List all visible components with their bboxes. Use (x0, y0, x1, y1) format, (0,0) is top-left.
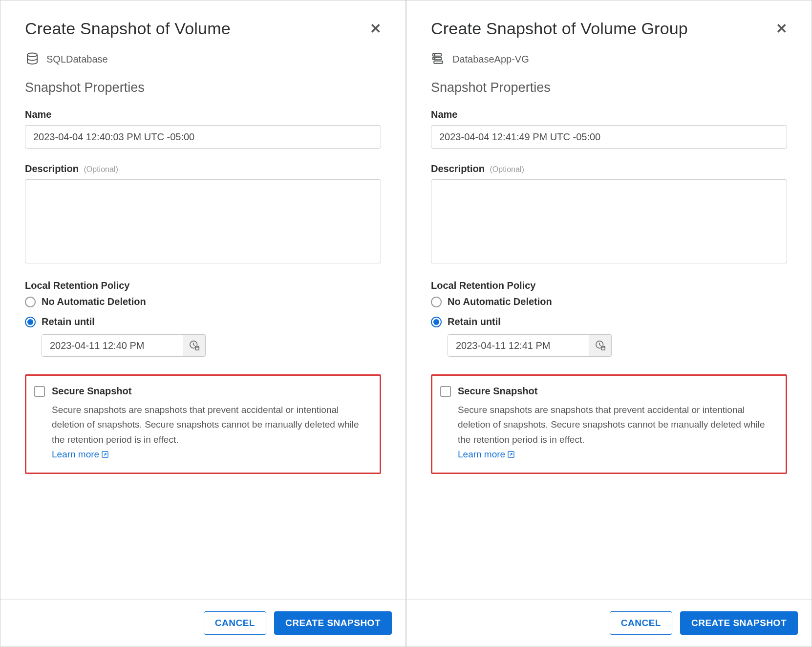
retention-heading: Local Retention Policy (431, 280, 787, 291)
svg-point-8 (434, 58, 435, 59)
retention-heading: Local Retention Policy (25, 280, 381, 291)
radio-no-deletion[interactable]: No Automatic Deletion (25, 296, 381, 307)
name-input[interactable] (25, 125, 381, 149)
secure-snapshot-label: Secure Snapshot (458, 386, 537, 397)
radio-icon (25, 317, 36, 327)
name-label: Name (431, 109, 787, 120)
close-icon[interactable]: ✕ (776, 21, 787, 37)
retain-date-input[interactable] (42, 334, 183, 357)
radio-label: Retain until (448, 316, 501, 327)
description-input[interactable] (431, 179, 787, 263)
description-input[interactable] (25, 179, 381, 263)
close-icon[interactable]: ✕ (370, 21, 381, 37)
secure-snapshot-help: Secure snapshots are snapshots that prev… (52, 403, 372, 447)
svg-rect-6 (434, 61, 443, 64)
learn-more-link[interactable]: Learn more (52, 449, 109, 460)
secure-snapshot-highlight: Secure Snapshot Secure snapshots are sna… (431, 374, 787, 474)
create-snapshot-button[interactable]: CREATE SNAPSHOT (274, 611, 392, 635)
svg-point-7 (434, 54, 435, 55)
radio-label: No Automatic Deletion (42, 296, 146, 307)
dialog-title: Create Snapshot of Volume Group (431, 19, 688, 38)
dialog-volume-snapshot: Create Snapshot of Volume ✕ SQLDatabase … (0, 0, 406, 647)
optional-tag: (Optional) (84, 165, 118, 173)
learn-more-link[interactable]: Learn more (458, 449, 515, 460)
secure-snapshot-checkbox[interactable] (440, 386, 451, 397)
cancel-button[interactable]: CANCEL (204, 611, 266, 635)
cancel-button[interactable]: CANCEL (610, 611, 672, 635)
radio-label: No Automatic Deletion (448, 296, 552, 307)
secure-snapshot-help: Secure snapshots are snapshots that prev… (458, 403, 778, 447)
retain-date-input[interactable] (448, 334, 589, 357)
radio-icon (25, 297, 36, 307)
resource-name: DatabaseApp-VG (452, 54, 529, 65)
optional-tag: (Optional) (490, 165, 524, 173)
date-picker-button[interactable] (589, 334, 612, 357)
resource-name: SQLDatabase (46, 54, 108, 65)
radio-label: Retain until (42, 316, 95, 327)
radio-no-deletion[interactable]: No Automatic Deletion (431, 296, 787, 307)
dialog-volume-group-snapshot: Create Snapshot of Volume Group ✕ Databa… (406, 0, 812, 647)
dialog-title: Create Snapshot of Volume (25, 19, 231, 38)
radio-retain-until[interactable]: Retain until (431, 316, 787, 327)
database-icon (25, 52, 40, 66)
create-snapshot-button[interactable]: CREATE SNAPSHOT (680, 611, 798, 635)
name-label: Name (25, 109, 381, 120)
svg-rect-10 (601, 346, 604, 350)
secure-snapshot-checkbox[interactable] (34, 386, 45, 397)
volume-group-icon (431, 52, 446, 66)
properties-heading: Snapshot Properties (25, 80, 381, 95)
secure-snapshot-highlight: Secure Snapshot Secure snapshots are sna… (25, 374, 381, 474)
radio-icon (431, 297, 442, 307)
calendar-clock-icon (189, 340, 200, 351)
external-link-icon (101, 451, 109, 458)
svg-rect-2 (195, 346, 198, 350)
name-input[interactable] (431, 125, 787, 149)
date-picker-button[interactable] (183, 334, 206, 357)
description-label: Description (25, 163, 79, 174)
radio-icon (431, 317, 442, 327)
radio-retain-until[interactable]: Retain until (25, 316, 381, 327)
description-label: Description (431, 163, 485, 174)
svg-point-0 (27, 53, 37, 57)
calendar-clock-icon (595, 340, 606, 351)
secure-snapshot-label: Secure Snapshot (52, 386, 131, 397)
external-link-icon (507, 451, 515, 458)
properties-heading: Snapshot Properties (431, 80, 787, 95)
